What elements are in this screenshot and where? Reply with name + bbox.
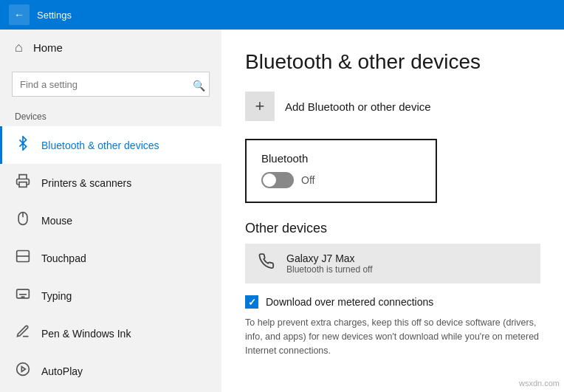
info-text: To help prevent extra charges, keep this… bbox=[245, 316, 540, 357]
sidebar-item-home[interactable]: ⌂ Home bbox=[0, 30, 221, 66]
typing-icon bbox=[15, 286, 31, 305]
content-area: Bluetooth & other devices + Add Bluetoot… bbox=[221, 30, 564, 392]
home-label: Home bbox=[33, 41, 63, 54]
checkbox-label: Download over metered connections bbox=[266, 296, 433, 308]
back-button[interactable]: ← bbox=[9, 4, 30, 25]
main-layout: ⌂ Home 🔍 Devices Bluetooth & other devic… bbox=[0, 30, 564, 392]
sidebar-item-printers[interactable]: Printers & scanners bbox=[0, 164, 221, 202]
back-icon: ← bbox=[14, 9, 24, 21]
sidebar-item-bluetooth[interactable]: Bluetooth & other devices bbox=[0, 126, 221, 164]
bluetooth-toggle-box: Bluetooth Off bbox=[245, 139, 437, 203]
bluetooth-toggle[interactable] bbox=[261, 172, 294, 188]
sidebar-item-autoplay-label: AutoPlay bbox=[41, 365, 83, 377]
sidebar-item-touchpad-label: Touchpad bbox=[41, 252, 86, 264]
watermark: wsxdn.com bbox=[519, 379, 560, 388]
search-container: 🔍 bbox=[0, 66, 221, 106]
other-devices-title: Other devices bbox=[245, 221, 540, 236]
devices-section-label: Devices bbox=[0, 106, 221, 126]
touchpad-icon bbox=[15, 249, 31, 267]
sidebar-item-typing[interactable]: Typing bbox=[0, 277, 221, 314]
svg-rect-0 bbox=[19, 182, 27, 188]
sidebar-item-pen[interactable]: Pen & Windows Ink bbox=[0, 314, 221, 352]
sidebar: ⌂ Home 🔍 Devices Bluetooth & other devic… bbox=[0, 30, 221, 392]
autoplay-icon bbox=[15, 362, 31, 380]
svg-point-12 bbox=[17, 363, 30, 376]
checkbox[interactable]: ✓ bbox=[245, 295, 258, 309]
sidebar-item-pen-label: Pen & Windows Ink bbox=[41, 328, 131, 340]
search-icon: 🔍 bbox=[193, 80, 205, 92]
sidebar-item-touchpad[interactable]: Touchpad bbox=[0, 239, 221, 277]
device-status: Bluetooth is turned off bbox=[286, 264, 373, 275]
toggle-thumb bbox=[263, 173, 276, 187]
page-title: Bluetooth & other devices bbox=[245, 50, 540, 74]
device-item-galaxy[interactable]: Galaxy J7 Max Bluetooth is turned off bbox=[245, 244, 540, 283]
bluetooth-toggle-label: Off bbox=[301, 174, 314, 186]
plus-icon: + bbox=[255, 97, 265, 116]
printer-icon bbox=[15, 173, 31, 192]
svg-marker-13 bbox=[21, 367, 25, 372]
sidebar-item-autoplay[interactable]: AutoPlay bbox=[0, 352, 221, 390]
sidebar-item-mouse[interactable]: Mouse bbox=[0, 202, 221, 239]
phone-icon bbox=[257, 253, 276, 274]
titlebar: ← Settings bbox=[0, 0, 564, 30]
bluetooth-icon bbox=[15, 136, 31, 154]
device-name: Galaxy J7 Max bbox=[286, 252, 373, 264]
titlebar-title: Settings bbox=[37, 10, 72, 21]
sidebar-item-typing-label: Typing bbox=[41, 290, 72, 302]
add-device-button[interactable]: + Add Bluetooth or other device bbox=[245, 92, 540, 121]
home-icon: ⌂ bbox=[15, 40, 23, 55]
add-device-label: Add Bluetooth or other device bbox=[285, 100, 431, 113]
add-device-icon: + bbox=[245, 92, 275, 121]
pen-icon bbox=[15, 324, 31, 343]
sidebar-item-mouse-label: Mouse bbox=[41, 215, 72, 227]
search-input[interactable] bbox=[12, 72, 210, 97]
bluetooth-box-title: Bluetooth bbox=[261, 152, 421, 165]
checkbox-row[interactable]: ✓ Download over metered connections bbox=[245, 295, 540, 309]
sidebar-item-printers-label: Printers & scanners bbox=[41, 177, 131, 189]
bluetooth-toggle-row: Off bbox=[261, 172, 421, 188]
mouse-icon bbox=[15, 211, 31, 230]
device-info: Galaxy J7 Max Bluetooth is turned off bbox=[286, 252, 373, 275]
sidebar-item-bluetooth-label: Bluetooth & other devices bbox=[41, 140, 159, 151]
checkmark-icon: ✓ bbox=[248, 297, 256, 308]
